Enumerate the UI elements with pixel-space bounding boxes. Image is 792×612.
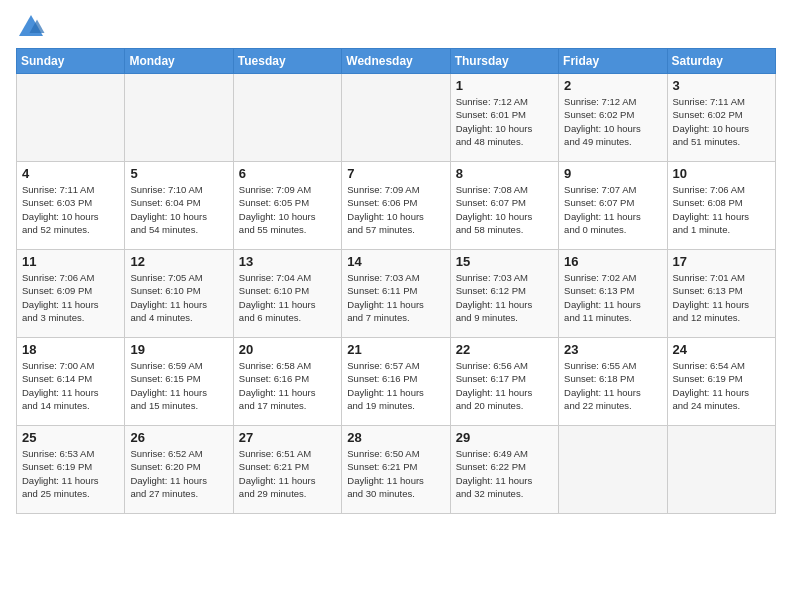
- day-number: 13: [239, 254, 336, 269]
- day-number: 20: [239, 342, 336, 357]
- calendar-cell: 26Sunrise: 6:52 AMSunset: 6:20 PMDayligh…: [125, 426, 233, 514]
- day-info: Sunrise: 7:07 AMSunset: 6:07 PMDaylight:…: [564, 183, 661, 236]
- day-number: 11: [22, 254, 119, 269]
- day-number: 8: [456, 166, 553, 181]
- day-number: 27: [239, 430, 336, 445]
- calendar-cell: 12Sunrise: 7:05 AMSunset: 6:10 PMDayligh…: [125, 250, 233, 338]
- calendar-cell: 14Sunrise: 7:03 AMSunset: 6:11 PMDayligh…: [342, 250, 450, 338]
- calendar-cell: [233, 74, 341, 162]
- day-of-week-header: Thursday: [450, 49, 558, 74]
- day-info: Sunrise: 6:53 AMSunset: 6:19 PMDaylight:…: [22, 447, 119, 500]
- day-info: Sunrise: 6:50 AMSunset: 6:21 PMDaylight:…: [347, 447, 444, 500]
- day-number: 1: [456, 78, 553, 93]
- day-number: 9: [564, 166, 661, 181]
- day-number: 4: [22, 166, 119, 181]
- logo: [16, 12, 50, 42]
- day-of-week-header: Friday: [559, 49, 667, 74]
- calendar-cell: 22Sunrise: 6:56 AMSunset: 6:17 PMDayligh…: [450, 338, 558, 426]
- calendar-cell: 9Sunrise: 7:07 AMSunset: 6:07 PMDaylight…: [559, 162, 667, 250]
- calendar-cell: [17, 74, 125, 162]
- calendar-header-row: SundayMondayTuesdayWednesdayThursdayFrid…: [17, 49, 776, 74]
- day-info: Sunrise: 7:10 AMSunset: 6:04 PMDaylight:…: [130, 183, 227, 236]
- day-of-week-header: Monday: [125, 49, 233, 74]
- day-info: Sunrise: 7:11 AMSunset: 6:02 PMDaylight:…: [673, 95, 770, 148]
- calendar-cell: 23Sunrise: 6:55 AMSunset: 6:18 PMDayligh…: [559, 338, 667, 426]
- calendar-week-row: 1Sunrise: 7:12 AMSunset: 6:01 PMDaylight…: [17, 74, 776, 162]
- day-info: Sunrise: 6:55 AMSunset: 6:18 PMDaylight:…: [564, 359, 661, 412]
- calendar-cell: 13Sunrise: 7:04 AMSunset: 6:10 PMDayligh…: [233, 250, 341, 338]
- day-number: 26: [130, 430, 227, 445]
- calendar-cell: 29Sunrise: 6:49 AMSunset: 6:22 PMDayligh…: [450, 426, 558, 514]
- day-number: 22: [456, 342, 553, 357]
- day-number: 6: [239, 166, 336, 181]
- day-number: 24: [673, 342, 770, 357]
- calendar-cell: 15Sunrise: 7:03 AMSunset: 6:12 PMDayligh…: [450, 250, 558, 338]
- calendar-cell: 20Sunrise: 6:58 AMSunset: 6:16 PMDayligh…: [233, 338, 341, 426]
- calendar-cell: [342, 74, 450, 162]
- day-number: 3: [673, 78, 770, 93]
- day-info: Sunrise: 6:57 AMSunset: 6:16 PMDaylight:…: [347, 359, 444, 412]
- day-number: 25: [22, 430, 119, 445]
- day-number: 5: [130, 166, 227, 181]
- calendar-cell: [559, 426, 667, 514]
- day-info: Sunrise: 6:49 AMSunset: 6:22 PMDaylight:…: [456, 447, 553, 500]
- calendar-cell: 28Sunrise: 6:50 AMSunset: 6:21 PMDayligh…: [342, 426, 450, 514]
- day-number: 10: [673, 166, 770, 181]
- day-info: Sunrise: 7:06 AMSunset: 6:08 PMDaylight:…: [673, 183, 770, 236]
- day-info: Sunrise: 6:56 AMSunset: 6:17 PMDaylight:…: [456, 359, 553, 412]
- logo-icon: [16, 12, 46, 42]
- calendar-cell: 3Sunrise: 7:11 AMSunset: 6:02 PMDaylight…: [667, 74, 775, 162]
- day-info: Sunrise: 6:52 AMSunset: 6:20 PMDaylight:…: [130, 447, 227, 500]
- day-info: Sunrise: 6:51 AMSunset: 6:21 PMDaylight:…: [239, 447, 336, 500]
- calendar-cell: 27Sunrise: 6:51 AMSunset: 6:21 PMDayligh…: [233, 426, 341, 514]
- calendar-cell: 25Sunrise: 6:53 AMSunset: 6:19 PMDayligh…: [17, 426, 125, 514]
- day-info: Sunrise: 7:09 AMSunset: 6:06 PMDaylight:…: [347, 183, 444, 236]
- calendar-cell: 17Sunrise: 7:01 AMSunset: 6:13 PMDayligh…: [667, 250, 775, 338]
- calendar-week-row: 4Sunrise: 7:11 AMSunset: 6:03 PMDaylight…: [17, 162, 776, 250]
- day-number: 12: [130, 254, 227, 269]
- day-info: Sunrise: 7:06 AMSunset: 6:09 PMDaylight:…: [22, 271, 119, 324]
- calendar-cell: 8Sunrise: 7:08 AMSunset: 6:07 PMDaylight…: [450, 162, 558, 250]
- day-info: Sunrise: 7:02 AMSunset: 6:13 PMDaylight:…: [564, 271, 661, 324]
- day-of-week-header: Wednesday: [342, 49, 450, 74]
- day-info: Sunrise: 7:12 AMSunset: 6:02 PMDaylight:…: [564, 95, 661, 148]
- calendar-cell: 24Sunrise: 6:54 AMSunset: 6:19 PMDayligh…: [667, 338, 775, 426]
- day-info: Sunrise: 7:09 AMSunset: 6:05 PMDaylight:…: [239, 183, 336, 236]
- calendar-cell: [125, 74, 233, 162]
- calendar-cell: 18Sunrise: 7:00 AMSunset: 6:14 PMDayligh…: [17, 338, 125, 426]
- calendar-cell: 4Sunrise: 7:11 AMSunset: 6:03 PMDaylight…: [17, 162, 125, 250]
- calendar: SundayMondayTuesdayWednesdayThursdayFrid…: [16, 48, 776, 514]
- day-info: Sunrise: 6:59 AMSunset: 6:15 PMDaylight:…: [130, 359, 227, 412]
- page: SundayMondayTuesdayWednesdayThursdayFrid…: [0, 0, 792, 522]
- calendar-cell: [667, 426, 775, 514]
- calendar-cell: 10Sunrise: 7:06 AMSunset: 6:08 PMDayligh…: [667, 162, 775, 250]
- day-info: Sunrise: 7:03 AMSunset: 6:12 PMDaylight:…: [456, 271, 553, 324]
- day-number: 29: [456, 430, 553, 445]
- calendar-cell: 6Sunrise: 7:09 AMSunset: 6:05 PMDaylight…: [233, 162, 341, 250]
- calendar-week-row: 18Sunrise: 7:00 AMSunset: 6:14 PMDayligh…: [17, 338, 776, 426]
- day-number: 14: [347, 254, 444, 269]
- day-number: 21: [347, 342, 444, 357]
- day-number: 15: [456, 254, 553, 269]
- day-of-week-header: Tuesday: [233, 49, 341, 74]
- calendar-cell: 2Sunrise: 7:12 AMSunset: 6:02 PMDaylight…: [559, 74, 667, 162]
- day-info: Sunrise: 6:54 AMSunset: 6:19 PMDaylight:…: [673, 359, 770, 412]
- calendar-cell: 19Sunrise: 6:59 AMSunset: 6:15 PMDayligh…: [125, 338, 233, 426]
- day-info: Sunrise: 7:00 AMSunset: 6:14 PMDaylight:…: [22, 359, 119, 412]
- day-info: Sunrise: 7:12 AMSunset: 6:01 PMDaylight:…: [456, 95, 553, 148]
- calendar-week-row: 11Sunrise: 7:06 AMSunset: 6:09 PMDayligh…: [17, 250, 776, 338]
- day-number: 2: [564, 78, 661, 93]
- day-info: Sunrise: 7:03 AMSunset: 6:11 PMDaylight:…: [347, 271, 444, 324]
- calendar-cell: 16Sunrise: 7:02 AMSunset: 6:13 PMDayligh…: [559, 250, 667, 338]
- calendar-cell: 21Sunrise: 6:57 AMSunset: 6:16 PMDayligh…: [342, 338, 450, 426]
- day-info: Sunrise: 7:11 AMSunset: 6:03 PMDaylight:…: [22, 183, 119, 236]
- calendar-week-row: 25Sunrise: 6:53 AMSunset: 6:19 PMDayligh…: [17, 426, 776, 514]
- day-of-week-header: Saturday: [667, 49, 775, 74]
- day-info: Sunrise: 7:04 AMSunset: 6:10 PMDaylight:…: [239, 271, 336, 324]
- day-info: Sunrise: 7:08 AMSunset: 6:07 PMDaylight:…: [456, 183, 553, 236]
- header: [16, 12, 776, 42]
- calendar-cell: 5Sunrise: 7:10 AMSunset: 6:04 PMDaylight…: [125, 162, 233, 250]
- day-info: Sunrise: 6:58 AMSunset: 6:16 PMDaylight:…: [239, 359, 336, 412]
- calendar-cell: 7Sunrise: 7:09 AMSunset: 6:06 PMDaylight…: [342, 162, 450, 250]
- day-of-week-header: Sunday: [17, 49, 125, 74]
